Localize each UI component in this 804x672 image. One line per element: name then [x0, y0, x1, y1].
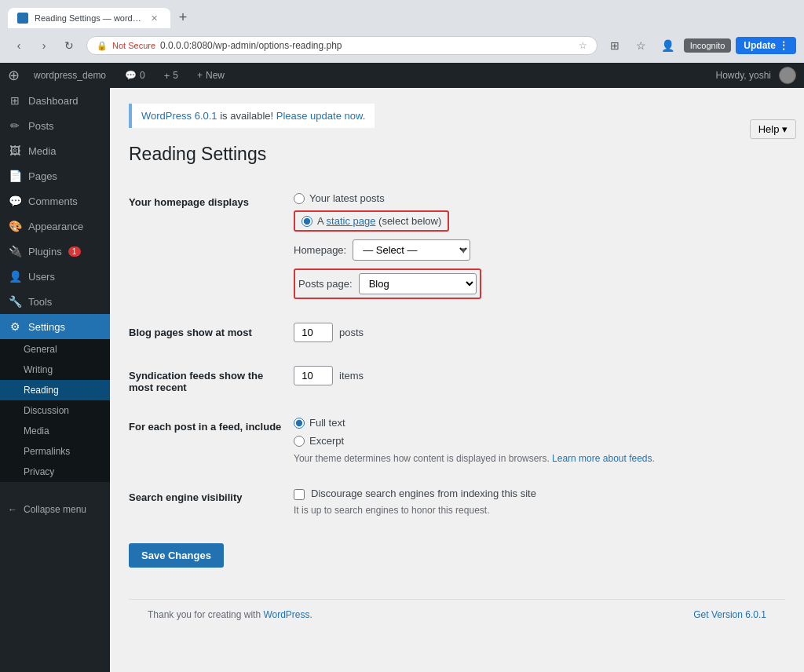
extensions-icon[interactable]: ⊞ — [604, 35, 626, 57]
submenu-privacy[interactable]: Privacy — [0, 462, 110, 482]
posts-count: 5 — [173, 70, 178, 81]
static-page-radio-row[interactable]: A static page (select below) — [302, 215, 441, 227]
search-hint: It is up to search engines to honor this… — [294, 505, 785, 516]
blog-pages-input[interactable] — [294, 323, 333, 342]
blog-pages-label: Blog pages show at most — [129, 311, 294, 354]
posts-page-highlight: Posts page: Blog — [294, 268, 481, 299]
lock-icon: 🔒 — [97, 41, 108, 51]
sidebar-label-users: Users — [28, 271, 55, 283]
learn-more-link[interactable]: Learn more about feeds — [552, 453, 652, 464]
wp-body: ⊞ Dashboard ✏ Posts 🖼 Media 📄 Pages 💬 Co… — [0, 88, 804, 672]
plugins-icon: 🔌 — [8, 245, 22, 257]
admin-bar-left: ⊕ wordpress_demo 💬 0 + 5 + New — [8, 67, 716, 84]
profile-icon[interactable]: 👤 — [657, 35, 679, 57]
sidebar-item-media[interactable]: 🖼 Media — [0, 138, 110, 163]
sidebar-label-pages: Pages — [28, 170, 57, 182]
sidebar-item-users[interactable]: 👤 Users — [0, 264, 110, 289]
new-tab-btn[interactable]: + — [172, 6, 194, 28]
admin-bar: ⊕ wordpress_demo 💬 0 + 5 + New Howdy, yo… — [0, 63, 804, 88]
syndication-label: Syndication feeds show the most recent — [129, 354, 294, 405]
submenu-writing[interactable]: Writing — [0, 360, 110, 380]
update-button[interactable]: Update ⋮ — [736, 37, 796, 54]
star-icon[interactable]: ☆ — [579, 40, 587, 51]
sidebar-label-comments: Comments — [28, 195, 78, 207]
sidebar-item-posts[interactable]: ✏ Posts — [0, 113, 110, 138]
sidebar-item-settings[interactable]: ⚙ Settings — [0, 314, 110, 339]
collapse-menu-btn[interactable]: ← Collapse menu — [0, 498, 110, 521]
comments-count: 0 — [140, 70, 145, 81]
sidebar-item-dashboard[interactable]: ⊞ Dashboard — [0, 88, 110, 113]
help-label: Help ▾ — [758, 123, 788, 135]
full-text-radio[interactable] — [294, 418, 305, 429]
posts-page-row: Posts page: Blog — [294, 268, 785, 299]
footer-text-end: . — [310, 609, 312, 620]
back-button[interactable]: ‹ — [8, 35, 30, 57]
static-page-radio[interactable] — [302, 216, 312, 227]
comments-link[interactable]: 💬 0 — [120, 70, 150, 81]
excerpt-option[interactable]: Excerpt — [294, 435, 785, 447]
form-table: Your homepage displays Your latest posts — [129, 181, 785, 528]
submenu-reading[interactable]: Reading — [0, 380, 110, 400]
sidebar-label-appearance: Appearance — [28, 221, 83, 232]
tab-favicon — [17, 13, 28, 24]
homepage-cell: Your latest posts A static page (select … — [294, 181, 785, 311]
homepage-label: Your homepage displays — [129, 181, 294, 311]
user-avatar[interactable] — [779, 67, 796, 84]
browser-tab[interactable]: Reading Settings — wordpress_demo — Word… — [8, 8, 170, 28]
posts-count-item[interactable]: + 5 — [159, 70, 183, 82]
homepage-select[interactable]: — Select — — [353, 239, 470, 261]
forward-button[interactable]: › — [33, 35, 55, 57]
browser-tabs: Reading Settings — wordpress_demo — Word… — [0, 0, 804, 28]
search-visibility-row: Search engine visibility Discourage sear… — [129, 476, 785, 528]
full-text-option[interactable]: Full text — [294, 417, 785, 429]
submenu-discussion[interactable]: Discussion — [0, 400, 110, 421]
sidebar-item-appearance[interactable]: 🎨 Appearance — [0, 214, 110, 239]
syndication-cell: items — [294, 354, 785, 405]
settings-icon: ⚙ — [8, 320, 22, 333]
collapse-label: Collapse menu — [24, 504, 86, 515]
wp-version-link[interactable]: WordPress 6.0.1 — [141, 110, 217, 122]
wp-footer-link[interactable]: WordPress — [263, 609, 309, 620]
footer-left: Thank you for creating with WordPress. — [148, 609, 312, 620]
excerpt-radio[interactable] — [294, 436, 305, 447]
sidebar-item-plugins[interactable]: 🔌 Plugins 1 — [0, 239, 110, 264]
latest-posts-option[interactable]: Your latest posts — [294, 192, 785, 204]
save-changes-button[interactable]: Save Changes — [129, 543, 224, 568]
dashboard-icon: ⊞ — [8, 94, 22, 107]
wp-logo-icon[interactable]: ⊕ — [8, 67, 20, 84]
collapse-icon: ← — [8, 504, 17, 515]
submenu-general[interactable]: General — [0, 339, 110, 360]
latest-posts-radio[interactable] — [294, 193, 305, 204]
sidebar-label-plugins: Plugins — [28, 246, 62, 257]
submenu-permalinks[interactable]: Permalinks — [0, 441, 110, 462]
version-link[interactable]: Get Version 6.0.1 — [693, 609, 766, 620]
static-page-link[interactable]: static page — [327, 215, 376, 227]
content-area: WordPress 6.0.1 is available! Please upd… — [110, 88, 804, 645]
media-icon: 🖼 — [8, 144, 22, 157]
sidebar-label-dashboard: Dashboard — [28, 95, 79, 107]
sidebar-label-media: Media — [28, 145, 56, 157]
syndication-input[interactable] — [294, 366, 333, 385]
address-bar[interactable]: 🔒 Not Secure 0.0.0.0:8080/wp-admin/optio… — [86, 36, 598, 55]
posts-page-select[interactable]: Blog — [359, 273, 477, 294]
search-visibility-checkbox[interactable] — [294, 489, 305, 500]
new-content-button[interactable]: + New — [192, 70, 229, 81]
sidebar-item-tools[interactable]: 🔧 Tools — [0, 289, 110, 314]
main-content: Help ▾ WordPress 6.0.1 is available! Ple… — [110, 88, 804, 672]
help-button[interactable]: Help ▾ — [750, 119, 796, 139]
search-visibility-cell: Discourage search engines from indexing … — [294, 476, 785, 528]
homepage-select-row: Homepage: — Select — ▾ — [294, 239, 785, 261]
pages-icon: 📄 — [8, 170, 22, 182]
site-name-link[interactable]: wordpress_demo — [29, 70, 111, 81]
tab-close-btn[interactable]: ✕ — [151, 13, 158, 24]
submenu-media[interactable]: Media — [0, 421, 110, 441]
update-now-link[interactable]: Please update now — [276, 110, 363, 122]
syndication-row: Syndication feeds show the most recent i… — [129, 354, 785, 405]
address-text[interactable]: 0.0.0.0:8080/wp-admin/options-reading.ph… — [160, 40, 574, 51]
static-page-highlight: A static page (select below) — [294, 210, 449, 232]
reload-button[interactable]: ↻ — [58, 35, 80, 57]
sidebar-item-comments[interactable]: 💬 Comments — [0, 188, 110, 214]
bookmark-icon[interactable]: ☆ — [630, 35, 652, 57]
sidebar-item-pages[interactable]: 📄 Pages — [0, 163, 110, 188]
notice-text3: . — [363, 110, 366, 122]
